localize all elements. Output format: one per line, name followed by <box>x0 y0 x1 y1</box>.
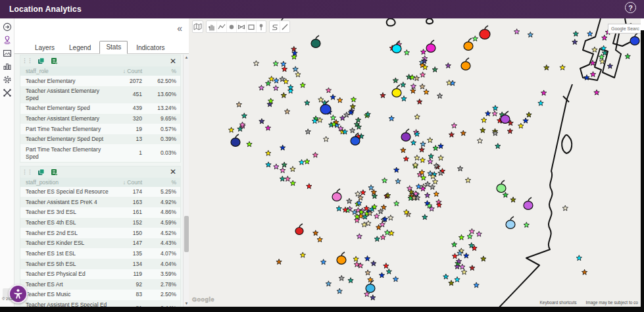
staff-star-marker[interactable] <box>282 66 287 72</box>
school-apple-marker[interactable] <box>392 85 401 97</box>
close-card-icon[interactable]: ✕ <box>170 57 176 65</box>
export-table-icon[interactable] <box>50 168 59 176</box>
staff-star-marker[interactable] <box>538 100 543 105</box>
staff-star-marker[interactable] <box>268 98 273 103</box>
staff-star-marker[interactable] <box>412 162 418 167</box>
staff-star-marker[interactable] <box>394 167 399 172</box>
staff-star-marker[interactable] <box>433 145 438 151</box>
staff-star-marker[interactable] <box>582 269 587 274</box>
school-apple-marker[interactable] <box>332 189 341 201</box>
staff-star-marker[interactable] <box>339 275 344 280</box>
table-row[interactable]: Teacher ES 4th ESL1524.59% <box>20 218 180 228</box>
staff-star-marker[interactable] <box>424 89 429 94</box>
staff-star-marker[interactable] <box>337 97 343 103</box>
staff-star-marker[interactable] <box>360 190 366 195</box>
staff-star-marker[interactable] <box>503 192 508 197</box>
staff-star-marker[interactable] <box>386 269 391 274</box>
staff-star-marker[interactable] <box>266 150 271 155</box>
staff-star-marker[interactable] <box>357 234 362 239</box>
scroll-thumb[interactable] <box>184 216 189 252</box>
table-row[interactable]: Teacher ES 5th ESL1344.04% <box>20 259 180 269</box>
column-header-field[interactable]: staff_position <box>20 178 112 187</box>
staff-star-marker[interactable] <box>433 192 439 197</box>
staff-star-marker[interactable] <box>449 280 454 286</box>
staff-star-marker[interactable] <box>305 100 310 105</box>
staff-star-marker[interactable] <box>259 85 264 90</box>
staff-star-marker[interactable] <box>455 276 460 282</box>
staff-star-marker[interactable] <box>374 236 380 242</box>
staff-star-marker[interactable] <box>518 123 524 128</box>
tools-cross-icon[interactable] <box>2 88 12 97</box>
staff-star-marker[interactable] <box>590 72 595 77</box>
staff-star-marker[interactable] <box>495 143 501 149</box>
tab-legend[interactable]: Legend <box>63 42 97 54</box>
staff-star-marker[interactable] <box>389 116 394 121</box>
staff-star-marker[interactable] <box>266 162 271 167</box>
copy-table-icon[interactable] <box>37 57 45 65</box>
staff-star-marker[interactable] <box>344 112 349 117</box>
staff-star-marker[interactable] <box>432 179 437 184</box>
staff-star-marker[interactable] <box>594 90 599 95</box>
staff-star-marker[interactable] <box>438 155 443 161</box>
staff-star-marker[interactable] <box>370 295 376 300</box>
staff-star-marker[interactable] <box>419 147 424 152</box>
staff-star-marker[interactable] <box>228 127 234 132</box>
route-tool-icon[interactable] <box>270 21 280 32</box>
staff-star-marker[interactable] <box>253 61 259 66</box>
staff-star-marker[interactable] <box>428 138 433 143</box>
staff-star-marker[interactable] <box>380 93 385 98</box>
staff-star-marker[interactable] <box>273 86 278 91</box>
school-apple-marker[interactable] <box>497 180 506 192</box>
table-row[interactable]: Teacher ES Special Ed Resource1745.25% <box>20 187 180 197</box>
staff-star-marker[interactable] <box>480 128 485 133</box>
table-row[interactable]: Teacher Assistant ES PreK 41634.92% <box>20 197 180 207</box>
staff-star-marker[interactable] <box>326 281 331 286</box>
staff-star-marker[interactable] <box>293 66 298 72</box>
staff-star-marker[interactable] <box>393 78 398 83</box>
staff-star-marker[interactable] <box>437 93 442 98</box>
staff-star-marker[interactable] <box>379 273 384 278</box>
staff-star-marker[interactable] <box>414 155 420 161</box>
staff-star-marker[interactable] <box>452 253 457 259</box>
staff-star-marker[interactable] <box>469 228 474 234</box>
polyline-tool-icon[interactable] <box>216 21 226 32</box>
staff-star-marker[interactable] <box>284 109 289 114</box>
staff-star-marker[interactable] <box>381 205 386 210</box>
staff-star-marker[interactable] <box>348 278 353 283</box>
staff-star-marker[interactable] <box>324 136 329 142</box>
staff-star-marker[interactable] <box>388 215 393 221</box>
staff-star-marker[interactable] <box>281 61 286 66</box>
table-row[interactable]: Teacher ES Music832.50% <box>20 290 180 300</box>
staff-star-marker[interactable] <box>510 197 516 202</box>
staff-star-marker[interactable] <box>420 49 426 55</box>
staff-star-marker[interactable] <box>312 152 318 157</box>
staff-star-marker[interactable] <box>460 130 466 136</box>
school-apple-marker[interactable] <box>295 224 303 235</box>
settings-gear-icon[interactable] <box>2 74 12 84</box>
location-pin-icon[interactable] <box>2 35 12 45</box>
staff-star-marker[interactable] <box>259 118 264 124</box>
staff-star-marker[interactable] <box>445 63 451 68</box>
school-apple-marker[interactable] <box>506 217 515 228</box>
staff-star-marker[interactable] <box>380 222 385 227</box>
staff-star-marker[interactable] <box>514 29 519 34</box>
table-row[interactable]: Teacher ES 1st ESL1354.07% <box>20 248 180 259</box>
staff-star-marker[interactable] <box>421 175 426 180</box>
staff-star-marker[interactable] <box>371 261 376 266</box>
staff-star-marker[interactable] <box>470 265 475 271</box>
column-header-field[interactable]: staff_role <box>20 66 112 76</box>
staff-star-marker[interactable] <box>430 184 435 190</box>
staff-star-marker[interactable] <box>461 269 466 274</box>
column-header-percent[interactable]: % <box>146 66 180 76</box>
staff-star-marker[interactable] <box>562 205 568 211</box>
staff-star-marker[interactable] <box>291 46 297 51</box>
staff-star-marker[interactable] <box>451 242 457 247</box>
staff-star-marker[interactable] <box>417 99 422 104</box>
staff-star-marker[interactable] <box>285 176 290 181</box>
staff-star-marker[interactable] <box>282 162 287 167</box>
staff-star-marker[interactable] <box>247 142 252 147</box>
staff-star-marker[interactable] <box>481 256 486 261</box>
staff-star-marker[interactable] <box>476 231 482 236</box>
column-header-count[interactable]: ↓ Count <box>112 66 146 76</box>
table-row[interactable]: Teacher ES Physical Ed1193.59% <box>20 269 180 280</box>
